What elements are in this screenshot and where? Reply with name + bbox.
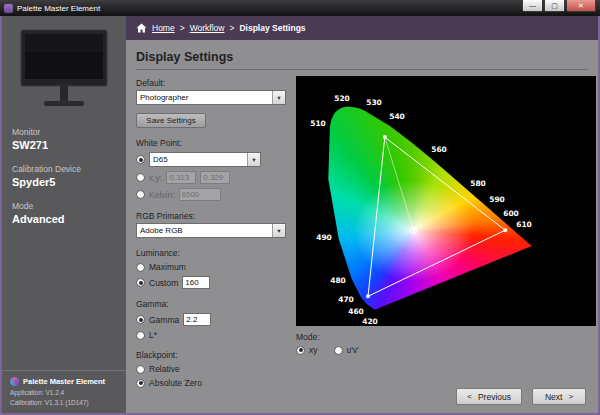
rgb-primaries-dropdown[interactable]: Adobe RGB ▼ bbox=[136, 223, 286, 238]
title-bar: Palette Master Element — ▢ ✕ bbox=[0, 0, 600, 16]
right-arrow-icon: > bbox=[568, 392, 573, 401]
white-point-d65-radio[interactable] bbox=[136, 155, 145, 164]
wavelength-label: 480 bbox=[330, 276, 346, 285]
app-icon bbox=[4, 4, 13, 13]
luminance-custom-input[interactable] bbox=[182, 276, 210, 289]
mode-label: Mode bbox=[12, 201, 126, 211]
luminance-custom-radio[interactable] bbox=[136, 278, 145, 287]
calibration-device-label: Calibration Device bbox=[12, 164, 126, 174]
wavelength-label: 600 bbox=[503, 209, 519, 218]
brand-name: Palette Master Element bbox=[23, 377, 105, 386]
luminance-label: Luminance: bbox=[136, 248, 296, 258]
calibration-version: Calibration: V1.3.1 (1D147) bbox=[10, 399, 118, 406]
wavelength-label: 530 bbox=[366, 98, 382, 107]
wavelength-label: 610 bbox=[516, 220, 532, 229]
left-arrow-icon: < bbox=[467, 392, 472, 401]
gamma-lstar-label: L* bbox=[149, 330, 157, 340]
white-point-label: White Point: bbox=[136, 138, 296, 148]
chromaticity-section: 520 530 540 560 580 590 600 610 510 490 bbox=[296, 76, 596, 388]
white-point-kelvin-radio[interactable] bbox=[136, 190, 145, 199]
whitepoint-guide-line bbox=[385, 137, 414, 230]
wizard-navigation: < Previous Next > bbox=[456, 388, 586, 405]
breadcrumb-separator: > bbox=[229, 23, 234, 33]
blackpoint-absolute-radio[interactable] bbox=[136, 379, 145, 388]
green-primary-marker bbox=[383, 135, 387, 139]
mode-uv-label: u'v' bbox=[347, 345, 359, 355]
luminance-maximum-label: Maximum bbox=[149, 262, 186, 272]
cie-chromaticity-diagram: 520 530 540 560 580 590 600 610 510 490 bbox=[296, 76, 596, 326]
settings-form: Default: Photographer ▼ Save Settings Wh… bbox=[136, 76, 296, 388]
window-title: Palette Master Element bbox=[17, 4, 100, 13]
gamma-value-input[interactable] bbox=[183, 313, 211, 326]
breadcrumb-workflow[interactable]: Workflow bbox=[190, 23, 225, 33]
chevron-down-icon: ▼ bbox=[272, 91, 285, 104]
blackpoint-absolute-label: Absolute Zero bbox=[149, 378, 202, 388]
gamma-value-radio[interactable] bbox=[136, 315, 145, 324]
gamma-label: Gamma: bbox=[136, 299, 296, 309]
window-controls: — ▢ ✕ bbox=[522, 0, 596, 12]
wavelength-label: 460 bbox=[348, 307, 364, 316]
blackpoint-label: Blackpoint: bbox=[136, 350, 296, 360]
wavelength-label: 520 bbox=[334, 94, 350, 103]
page-title: Display Settings bbox=[136, 50, 588, 64]
default-dropdown-value: Photographer bbox=[137, 91, 272, 104]
mode-value: Advanced bbox=[12, 213, 126, 225]
luminance-maximum-radio[interactable] bbox=[136, 263, 145, 272]
breadcrumb-home[interactable]: Home bbox=[152, 23, 175, 33]
cie-overlay: 520 530 540 560 580 590 600 610 510 490 bbox=[296, 76, 596, 326]
monitor-image bbox=[16, 28, 112, 114]
close-button[interactable]: ✕ bbox=[566, 0, 596, 12]
next-button-label: Next bbox=[545, 392, 562, 402]
sidebar: Monitor SW271 Calibration Device Spyder5… bbox=[2, 16, 126, 413]
sidebar-info: Monitor SW271 Calibration Device Spyder5… bbox=[2, 114, 126, 225]
mode-xy-label: xy bbox=[309, 345, 318, 355]
d65-dropdown[interactable]: D65 ▼ bbox=[149, 152, 261, 167]
previous-button-label: Previous bbox=[478, 392, 511, 402]
application-version: Application: V1.2.4 bbox=[10, 389, 118, 396]
default-dropdown[interactable]: Photographer ▼ bbox=[136, 90, 286, 105]
save-settings-button[interactable]: Save Settings bbox=[136, 113, 206, 128]
blackpoint-relative-label: Relative bbox=[149, 364, 180, 374]
gamma-option-label: Gamma bbox=[149, 315, 179, 325]
wavelength-label: 510 bbox=[310, 119, 326, 128]
monitor-value: SW271 bbox=[12, 139, 126, 151]
kelvin-input[interactable] bbox=[179, 188, 221, 201]
luminance-custom-label: Custom bbox=[149, 278, 178, 288]
minimize-button[interactable]: — bbox=[522, 0, 543, 12]
y-value-input[interactable] bbox=[200, 171, 230, 184]
main-area: Home > Workflow > Display Settings Displ… bbox=[126, 16, 598, 413]
breadcrumb: Home > Workflow > Display Settings bbox=[126, 16, 598, 40]
title-divider bbox=[136, 69, 588, 70]
wavelength-label: 420 bbox=[362, 317, 378, 326]
wavelength-label: 490 bbox=[316, 233, 332, 242]
blackpoint-relative-radio[interactable] bbox=[136, 365, 145, 374]
previous-button[interactable]: < Previous bbox=[456, 388, 522, 405]
window-frame: Monitor SW271 Calibration Device Spyder5… bbox=[0, 16, 600, 415]
app-window: Palette Master Element — ▢ ✕ Monitor SW2… bbox=[0, 0, 600, 415]
breadcrumb-separator: > bbox=[180, 23, 185, 33]
x-value-input[interactable] bbox=[166, 171, 196, 184]
content-area: Display Settings Default: Photographer ▼… bbox=[126, 40, 598, 413]
sidebar-footer: Palette Master Element Application: V1.2… bbox=[2, 370, 126, 413]
rgb-primaries-value: Adobe RGB bbox=[137, 224, 272, 237]
diagram-mode-label: Mode: bbox=[296, 332, 596, 342]
breadcrumb-current: Display Settings bbox=[239, 23, 305, 33]
default-label: Default: bbox=[136, 78, 296, 88]
rgb-primaries-label: RGB Primaries: bbox=[136, 211, 296, 221]
wavelength-label: 580 bbox=[470, 179, 486, 188]
xy-label: x,y: bbox=[149, 173, 162, 183]
maximize-button[interactable]: ▢ bbox=[544, 0, 565, 12]
wavelength-label: 590 bbox=[489, 195, 505, 204]
mode-uv-radio[interactable] bbox=[334, 346, 343, 355]
white-point-xy-radio[interactable] bbox=[136, 173, 145, 182]
chevron-down-icon: ▼ bbox=[247, 153, 260, 166]
wavelength-label: 560 bbox=[431, 145, 447, 154]
home-icon bbox=[136, 23, 147, 33]
gamma-lstar-radio[interactable] bbox=[136, 331, 145, 340]
kelvin-label: Kelvin: bbox=[149, 190, 175, 200]
chevron-down-icon: ▼ bbox=[272, 224, 285, 237]
mode-xy-radio[interactable] bbox=[296, 346, 305, 355]
next-button[interactable]: Next > bbox=[532, 388, 586, 405]
calibration-device-value: Spyder5 bbox=[12, 176, 126, 188]
monitor-label: Monitor bbox=[12, 127, 126, 137]
